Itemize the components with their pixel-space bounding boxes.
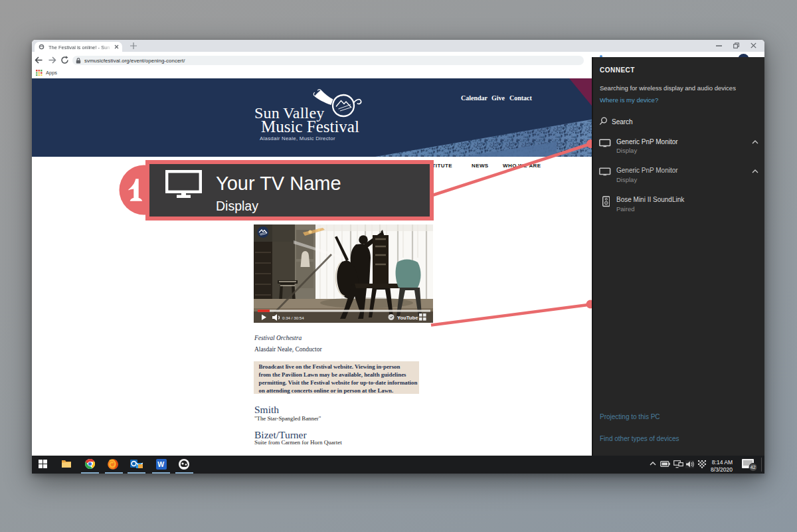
svg-text:0:34 / 30:54: 0:34 / 30:54 — [282, 315, 304, 319]
svg-text:YouTube: YouTube — [397, 314, 418, 320]
svg-text:42: 42 — [751, 465, 756, 470]
svg-text:W: W — [157, 460, 164, 468]
